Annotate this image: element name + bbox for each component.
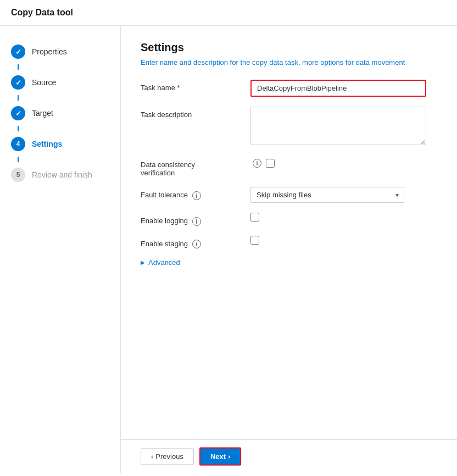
enable-logging-label: Enable logging i (141, 213, 250, 226)
main-layout: ✓ Properties ✓ Source ✓ Target 4 Setting… (0, 26, 457, 473)
enable-staging-control (250, 236, 437, 246)
task-name-control (250, 80, 437, 97)
step-connector-4 (18, 157, 19, 162)
step-circle-source: ✓ (11, 75, 25, 90)
enable-logging-info-icon: i (192, 217, 201, 226)
sidebar-label-settings: Settings (32, 140, 62, 148)
settings-panel: Settings Enter name and description for … (121, 26, 457, 439)
enable-logging-checkbox[interactable] (250, 213, 259, 222)
advanced-label: Advanced (148, 258, 180, 267)
settings-subtitle: Enter name and description for the copy … (141, 58, 437, 67)
sidebar-label-source: Source (32, 78, 56, 87)
next-label: Next (210, 452, 226, 461)
fault-tolerance-select[interactable]: Skip missing files None (250, 187, 404, 203)
previous-label: Previous (155, 452, 183, 461)
enable-staging-checkbox[interactable] (250, 236, 259, 245)
sidebar-item-review[interactable]: 5 Review and finish (0, 162, 120, 187)
footer: ‹ Previous Next › (121, 439, 457, 473)
fault-tolerance-row: Fault tolerance i Skip missing files Non… (141, 187, 437, 203)
settings-title: Settings (141, 41, 437, 54)
task-description-control (250, 107, 437, 147)
sidebar: ✓ Properties ✓ Source ✓ Target 4 Setting… (0, 26, 121, 473)
enable-staging-label: Enable staging i (141, 236, 250, 249)
sidebar-item-source[interactable]: ✓ Source (0, 70, 120, 95)
fault-tolerance-label: Fault tolerance i (141, 187, 250, 200)
previous-button[interactable]: ‹ Previous (141, 448, 194, 465)
fault-tolerance-control: Skip missing files None ▾ (250, 187, 437, 203)
task-name-label: Task name * (141, 80, 250, 92)
task-name-row: Task name * (141, 80, 437, 97)
task-description-row: Task description (141, 107, 437, 147)
data-consistency-label: Data consistencyverification (141, 157, 250, 177)
content-area: Settings Enter name and description for … (121, 26, 457, 473)
step-connector-3 (18, 126, 19, 131)
previous-chevron-icon: ‹ (151, 452, 153, 461)
data-consistency-info-icon: i (253, 159, 261, 168)
sidebar-label-review: Review and finish (32, 170, 92, 179)
sidebar-label-target: Target (32, 109, 53, 118)
task-description-input[interactable] (250, 107, 426, 145)
step-circle-target: ✓ (11, 106, 25, 120)
fault-tolerance-info-icon: i (192, 191, 201, 200)
data-consistency-control: i (250, 157, 437, 168)
sidebar-item-properties[interactable]: ✓ Properties (0, 39, 120, 64)
step-connector-2 (18, 95, 19, 101)
step-circle-settings: 4 (11, 137, 25, 151)
step-connector-1 (18, 64, 19, 70)
app-header: Copy Data tool (0, 0, 457, 26)
next-chevron-icon: › (228, 452, 230, 461)
task-name-input[interactable] (250, 80, 426, 97)
sidebar-label-properties: Properties (32, 47, 67, 56)
enable-logging-row: Enable logging i (141, 213, 437, 226)
sidebar-item-target[interactable]: ✓ Target (0, 101, 120, 126)
data-consistency-wrap: i (250, 157, 437, 168)
enable-staging-row: Enable staging i (141, 236, 437, 249)
enable-logging-control (250, 213, 437, 223)
step-circle-review: 5 (11, 168, 25, 182)
app-title: Copy Data tool (11, 8, 73, 17)
step-circle-properties: ✓ (11, 45, 25, 59)
advanced-row[interactable]: ▶ Advanced (141, 258, 437, 267)
advanced-expand-icon: ▶ (141, 259, 145, 265)
enable-staging-info-icon: i (192, 240, 201, 248)
next-button[interactable]: Next › (199, 447, 242, 466)
task-description-label: Task description (141, 107, 250, 119)
data-consistency-row: Data consistencyverification i (141, 157, 437, 177)
fault-tolerance-select-wrap: Skip missing files None ▾ (250, 187, 404, 203)
sidebar-item-settings[interactable]: 4 Settings (0, 131, 120, 157)
data-consistency-checkbox[interactable] (266, 159, 275, 168)
